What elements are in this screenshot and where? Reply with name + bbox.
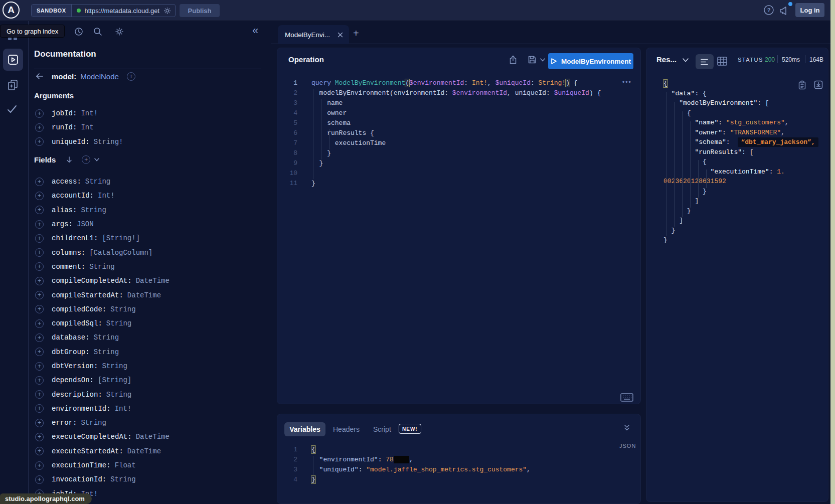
field-row[interactable]: + args: JSON [35,217,266,231]
field-row[interactable]: + database: String [35,330,266,345]
field-type[interactable]: [String!] [102,234,140,242]
add-field-icon[interactable]: + [35,390,44,399]
field-row[interactable]: + dependsOn: [String] [35,373,266,387]
field-row[interactable]: + error: String [35,416,266,430]
field-row[interactable]: + alias: String [35,203,266,217]
add-field-icon[interactable]: + [35,461,44,470]
add-field-icon[interactable]: + [35,376,44,385]
search-icon[interactable] [93,27,103,37]
tab-variables[interactable]: Variables [284,422,325,436]
field-type[interactable]: String [106,319,131,327]
add-field-icon[interactable]: + [35,404,44,413]
tab-headers[interactable]: Headers [333,425,360,433]
field-type[interactable]: Float [115,461,136,469]
endpoint-settings-gear-icon[interactable] [163,7,172,15]
field-type[interactable]: Int! [115,405,132,413]
argument-type[interactable]: String! [94,138,123,146]
field-type[interactable]: Int! [98,192,115,200]
field-type[interactable]: String [94,333,119,342]
field-row[interactable]: + environmentId: Int! [35,402,266,416]
field-type[interactable]: String [102,362,127,370]
field-type[interactable]: JSON [77,220,94,228]
response-title-chevron-icon[interactable] [683,58,689,62]
add-fields-chevron-icon[interactable] [94,158,99,161]
field-type[interactable]: String [110,475,135,483]
save-chevron-icon[interactable] [540,58,545,62]
field-type[interactable]: [String] [98,376,131,384]
field-row[interactable]: + dbtVersion: String [35,359,266,373]
add-field-icon[interactable]: + [35,348,44,356]
variables-editor[interactable]: 1{2 "environmentId": 78 ,3 "uniqueId": "… [277,445,641,485]
keyboard-shortcuts-icon[interactable] [620,393,633,402]
share-icon[interactable] [508,55,518,65]
field-row[interactable]: + dbtGroup: String [35,345,266,359]
new-tab-icon[interactable]: + [353,28,359,39]
add-argument-icon[interactable]: + [35,109,44,118]
add-field-icon[interactable]: + [35,447,44,455]
add-field-icon[interactable]: + [35,433,44,441]
checklist-icon[interactable] [6,103,18,115]
field-row[interactable]: + compiledSql: String [35,316,266,330]
help-icon[interactable]: ? [763,5,774,16]
tree-view-toggle[interactable] [696,54,714,69]
field-row[interactable]: + executionTime: Float [35,458,266,472]
schema-docs-icon[interactable] [7,79,19,91]
field-type[interactable]: DateTime [127,447,161,455]
add-field-icon[interactable]: + [35,475,44,484]
field-type[interactable]: String [89,263,114,271]
field-row[interactable]: + access: String [35,175,266,189]
field-row[interactable]: + compileStartedAt: DateTime [35,288,266,302]
field-row[interactable]: + executeCompletedAt: DateTime [35,430,266,444]
table-view-toggle[interactable] [717,56,728,66]
sort-fields-icon[interactable] [66,156,73,163]
field-type[interactable]: String [81,206,106,214]
field-row[interactable]: + columns: [CatalogColumn] [35,245,266,259]
field-row[interactable]: + compiledCode: String [35,302,266,316]
tab-script[interactable]: Script [373,425,391,433]
collapse-sidebar-icon[interactable]: « [252,24,258,37]
explorer-icon[interactable] [7,54,19,66]
field-row[interactable]: + childrenL1: [String!] [35,231,266,245]
field-row[interactable]: + accountId: Int! [35,189,266,203]
add-field-icon[interactable]: + [35,178,44,186]
argument-type[interactable]: Int [81,123,93,131]
field-type[interactable]: [CatalogColumn] [89,249,152,257]
operation-editor[interactable]: 1query ModelByEnvironment($environmentId… [277,78,641,189]
run-operation-button[interactable]: ModelByEnvironment [548,53,633,69]
field-type[interactable]: String [85,178,110,186]
field-type[interactable]: DateTime [127,291,161,299]
field-row[interactable]: + executeStartedAt: DateTime [35,444,266,458]
argument-row[interactable]: + uniqueId: String! [35,135,261,149]
add-field-icon[interactable]: + [35,248,44,257]
add-field-icon[interactable]: + [35,192,44,200]
add-field-icon[interactable]: + [35,291,44,299]
announcements-megaphone-icon[interactable] [778,5,790,17]
add-field-icon[interactable]: + [35,333,44,342]
add-field-icon[interactable]: + [35,305,44,313]
publish-button[interactable]: Publish [180,4,220,17]
field-type[interactable]: DateTime [136,433,170,441]
field-row[interactable]: + description: String [35,387,266,401]
settings-gear-icon[interactable] [114,27,124,37]
field-type[interactable]: String [81,419,106,427]
back-arrow-icon[interactable] [35,72,44,80]
history-icon[interactable] [74,27,84,37]
add-argument-icon[interactable]: + [35,137,44,146]
endpoint-bar[interactable]: SANDBOX https://metadata.cloud.get [31,4,176,17]
endpoint-url-input[interactable]: https://metadata.cloud.get [85,7,159,15]
field-row[interactable]: + comment: String [35,260,266,274]
add-all-fields-icon[interactable]: + [127,72,135,81]
add-field-icon[interactable]: + [35,234,44,243]
field-type[interactable]: DateTime [136,277,170,285]
field-type[interactable]: String [110,305,135,313]
response-title[interactable]: Res... [656,55,677,64]
add-field-icon[interactable]: + [35,319,44,328]
breadcrumb-type-link[interactable]: ModelNode [80,72,119,81]
tab-modelbyenvironment[interactable]: ModelByEnvi... [278,25,349,44]
add-field-icon[interactable]: + [35,277,44,285]
add-argument-icon[interactable]: + [35,123,44,132]
add-field-icon[interactable]: + [35,220,44,229]
argument-row[interactable]: + runId: Int [35,120,261,134]
collapse-panel-double-chevron-icon[interactable] [623,424,630,431]
argument-type[interactable]: Int! [81,109,98,117]
